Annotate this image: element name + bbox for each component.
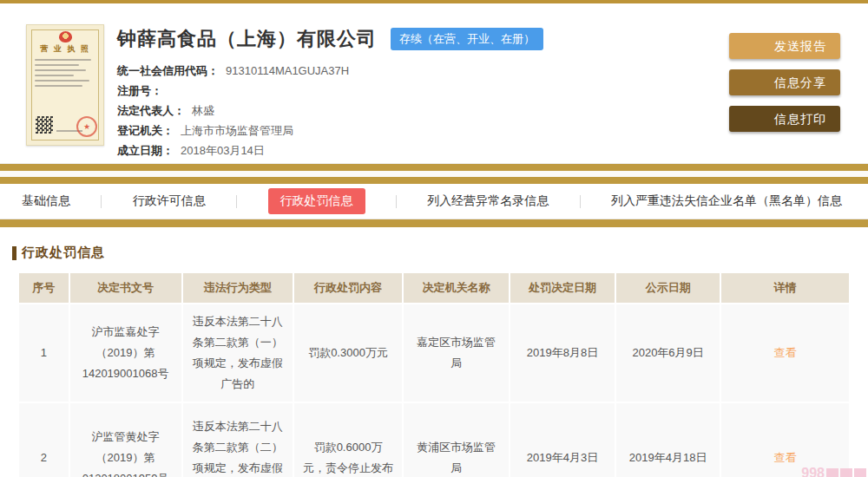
watermark-blocks [840,468,852,477]
cell-violation: 违反本法第二十八条第二款第（二）项规定，发布虚假广告的 [183,403,293,477]
tab-separator [101,195,102,208]
tab-abnormal-operations[interactable]: 列入经营异常名录信息 [427,193,549,209]
site-watermark: 998 [801,466,866,477]
cell-detail: 查看 [721,304,849,402]
tab-basic-info[interactable]: 基础信息 [22,193,70,209]
cell-seq: 2 [19,403,69,477]
tab-separator [236,195,237,208]
cell-doc-no: 沪市监嘉处字（2019）第142019001068号 [70,304,181,402]
cell-publish-date: 2019年4月18日 [616,403,720,477]
field-reg-authority: 登记机关：上海市市场监督管理局 [117,121,543,140]
cell-decision-date: 2019年8月8日 [510,304,615,402]
license-text-line [35,69,86,71]
cell-violation: 违反本法第二十八条第二款第（一）项规定，发布虚假广告的 [183,304,293,402]
gold-divider-gap [0,171,868,177]
watermark-blocks [854,468,866,477]
company-credit-page: 营 业 执 照 ★ 钟薛高食品（上海）有限公司 存续（在营、开业、在册） 统一社… [0,0,868,477]
send-report-button[interactable]: 发送报告 [729,33,840,59]
company-name: 钟薛高食品（上海）有限公司 [117,26,377,52]
cell-seq: 1 [19,304,69,402]
info-share-button[interactable]: 信息分享 [729,69,840,95]
penalty-table: 序号 决定书文号 违法行为类型 行政处罚内容 决定机关名称 处罚决定日期 公示日… [17,271,851,477]
license-text-line [35,64,79,66]
field-reg-number: 注册号： [117,81,543,101]
status-badge: 存续（在营、开业、在册） [391,28,543,50]
section-title-marker [12,246,16,260]
tab-admin-penalty[interactable]: 行政处罚信息 [268,188,365,214]
view-detail-link[interactable]: 查看 [774,451,797,464]
section-title-row: 行政处罚信息 [0,227,868,261]
section-title: 行政处罚信息 [22,245,105,261]
gold-divider-bar [0,177,868,184]
field-legal-rep: 法定代表人：林盛 [117,101,543,121]
field-credit-code: 统一社会信用代码：91310114MA1GUJA37H [117,61,543,81]
table-row: 2 沪监管黄处字（2019）第012018001959号 违反本法第二十八条第二… [19,403,849,477]
company-header: 营 业 执 照 ★ 钟薛高食品（上海）有限公司 存续（在营、开业、在册） 统一社… [0,3,868,164]
license-text-line [35,75,74,76]
field-label: 登记机关： [117,124,174,137]
business-license-thumbnail[interactable]: 营 业 执 照 ★ [26,24,104,146]
view-detail-link[interactable]: 查看 [774,346,797,359]
license-qr-code [36,116,53,134]
cell-authority: 黄浦区市场监管局 [404,403,509,477]
col-header-publish-date: 公示日期 [616,273,720,303]
field-label: 成立日期： [117,144,174,157]
cell-doc-no: 沪监管黄处字（2019）第012018001959号 [70,403,181,477]
col-header-authority: 决定机关名称 [404,273,509,303]
company-info-block: 钟薛高食品（上海）有限公司 存续（在营、开业、在册） 统一社会信用代码：9131… [117,26,543,160]
license-text-line [35,80,89,82]
field-value: 91310114MA1GUJA37H [226,64,349,77]
tab-serious-violation-blacklist[interactable]: 列入严重违法失信企业名单（黑名单）信息 [611,193,842,209]
tab-separator [580,195,581,208]
cell-publish-date: 2020年6月9日 [616,304,720,402]
cell-penalty: 罚款0.3000万元 [294,304,402,402]
col-header-decision-date: 处罚决定日期 [510,273,615,303]
red-seal-icon: ★ [76,116,97,137]
gold-divider-bar [0,219,868,227]
field-value: 上海市市场监督管理局 [181,124,293,137]
watermark-blocks [826,468,838,477]
col-header-detail: 详情 [721,273,849,303]
col-header-penalty: 行政处罚内容 [294,273,402,303]
tab-separator [396,195,397,208]
tab-admin-license[interactable]: 行政许可信息 [133,193,206,209]
cell-decision-date: 2019年4月3日 [510,403,615,477]
table-header-row: 序号 决定书文号 违法行为类型 行政处罚内容 决定机关名称 处罚决定日期 公示日… [19,273,849,303]
col-header-seq: 序号 [19,273,69,303]
field-establish-date: 成立日期：2018年03月14日 [117,140,543,160]
table-row: 1 沪市监嘉处字（2019）第142019001068号 违反本法第二十八条第二… [19,304,849,402]
field-label: 注册号： [117,84,162,97]
penalty-content: 行政处罚信息 序号 决定书文号 违法行为类型 行政处罚内容 决定机关名称 处罚决… [0,227,868,477]
license-text-line [35,85,82,87]
field-label: 统一社会信用代码： [117,64,219,77]
license-title: 营 业 执 照 [27,44,103,54]
col-header-violation: 违法行为类型 [183,273,293,303]
cell-penalty: 罚款0.6000万元，责令停止发布 [294,403,402,477]
col-header-doc-no: 决定书文号 [70,273,181,303]
gold-divider-bar [0,164,868,171]
national-emblem-icon [59,31,72,42]
field-value: 2018年03月14日 [181,144,265,157]
header-action-buttons: 发送报告 信息分享 信息打印 [729,33,840,142]
license-text-line [35,59,91,61]
info-print-button[interactable]: 信息打印 [729,106,840,132]
watermark-text: 998 [801,466,825,477]
cell-authority: 嘉定区市场监管局 [404,304,509,402]
section-tabbar: 基础信息 行政许可信息 行政处罚信息 列入经营异常名录信息 列入严重违法失信企业… [0,184,868,219]
field-value: 林盛 [192,104,214,117]
field-label: 法定代表人： [117,104,185,117]
